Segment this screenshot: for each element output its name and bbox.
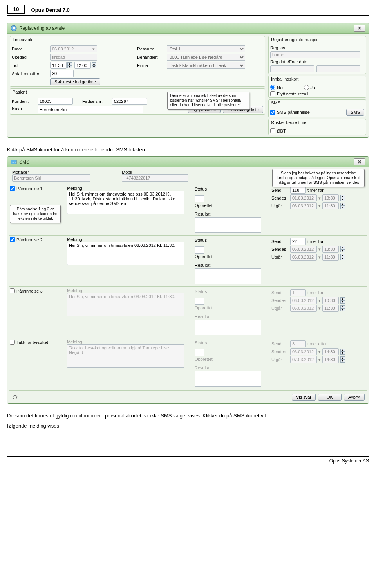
tid-to-input[interactable] <box>74 62 91 69</box>
opprettet-label: Opprettet <box>195 306 269 310</box>
innkalling-nei-radio[interactable]: Nei <box>270 85 284 90</box>
utgar-label: Utgår <box>271 306 289 311</box>
sendes-spinner[interactable]: ▲▼ <box>340 349 345 355</box>
utgar-spinner[interactable]: ▲▼ <box>340 356 345 363</box>
mobil-input <box>122 174 188 182</box>
opprettet-label: Opprettet <box>195 254 269 259</box>
reminder-row-3: Påminnelse 3MeldingHei Siri, vi minner o… <box>9 286 367 338</box>
utgar-spinner[interactable]: ▲▼ <box>340 305 345 311</box>
send-label: Send <box>271 290 289 295</box>
tid-from-spinner[interactable]: ▲▼ <box>67 62 72 68</box>
sok-neste-button[interactable]: Søk neste ledige time <box>50 78 100 85</box>
utgar-time[interactable] <box>322 356 339 363</box>
navn-input[interactable] <box>38 106 143 113</box>
sendes-date[interactable] <box>290 348 317 355</box>
kundenr-input[interactable] <box>38 98 73 105</box>
regdato-input <box>270 65 314 72</box>
resultat-label: Resultat <box>195 212 269 216</box>
sms-group: SMS SMS-påminnelse SMS <box>268 99 366 117</box>
flytt-recall-checkbox[interactable]: Flytt neste recall <box>270 91 308 96</box>
utgar-date[interactable] <box>290 202 317 209</box>
timer-label: timer før <box>307 290 324 295</box>
register-icon <box>11 25 17 31</box>
ok-button[interactable]: OK <box>318 394 342 401</box>
sendes-time[interactable] <box>322 348 339 355</box>
send-input[interactable] <box>290 187 306 194</box>
sendes-time[interactable] <box>322 246 339 253</box>
avbryt-button[interactable]: Avbryt <box>344 394 365 401</box>
reminder-checkbox[interactable]: Påminnelse 2 <box>10 237 43 242</box>
reminder-row-2: Påminnelse 2MeldingHei Siri, vi minner o… <box>9 235 367 286</box>
firma-select[interactable]: Distriktstannklinikken i Lillevik <box>167 62 245 69</box>
sms-paminnelse-checkbox[interactable]: SMS-påminnelse <box>270 110 310 115</box>
sms-window-title: SMS <box>19 159 354 165</box>
reminder-checkbox[interactable]: Takk for besøket <box>10 340 48 345</box>
ressurs-select[interactable]: Stol 1 <box>167 45 245 52</box>
sendes-spinner[interactable]: ▲▼ <box>340 195 345 201</box>
utgar-time[interactable] <box>322 202 339 209</box>
reminder-checkbox[interactable]: Påminnelse 3 <box>10 288 43 293</box>
minutter-input[interactable] <box>50 70 74 77</box>
behandler-select[interactable]: 0001 Tannlege Lise Negård <box>167 54 245 61</box>
melding-label: Melding <box>67 237 87 242</box>
paragraph-2b: følgende melding vises: <box>7 423 369 433</box>
status-box <box>195 195 204 202</box>
utgar-time[interactable] <box>322 305 339 312</box>
page-header: 10 Opus Dental 7.0 <box>7 5 369 16</box>
sms-left-callout: Påminnelse 1 og 2 er haket av og du kan … <box>10 205 61 223</box>
dato-input[interactable] <box>50 45 97 52</box>
utgar-date[interactable] <box>290 356 317 363</box>
reminder-checkbox[interactable]: Påminnelse 1 <box>10 186 43 191</box>
navn-label: Navn: <box>12 106 35 111</box>
status-label: Status <box>195 340 269 345</box>
melding-textarea: Takk for besøket og velkommen igjen! Tan… <box>67 344 184 368</box>
ukedag-input <box>50 54 97 61</box>
minutter-label: Antall minutter: <box>12 71 48 76</box>
opprettet-label: Opprettet <box>195 203 269 208</box>
sendes-spinner[interactable]: ▲▼ <box>340 297 345 304</box>
reminder-row-4: Takk for besøketMeldingTakk for besøket … <box>9 338 367 389</box>
vis-svar-button[interactable]: Vis svar <box>292 394 316 401</box>
sendes-date[interactable] <box>290 246 317 253</box>
mobil-label: Mobil <box>122 170 188 174</box>
fodselsnr-input[interactable] <box>112 98 147 105</box>
utgar-spinner[interactable]: ▲▼ <box>340 254 345 260</box>
sendes-date[interactable] <box>290 297 317 304</box>
sendes-date[interactable] <box>290 194 317 201</box>
utgar-label: Utgår <box>271 203 289 208</box>
melding-textarea[interactable]: Hei Siri, vi minner om timeavtalen 06.03… <box>67 242 184 265</box>
obt-checkbox[interactable]: ØBT <box>270 128 286 133</box>
attachment-icon[interactable] <box>11 393 18 401</box>
timeavtale-group: Timeavtale Dato: ▾ Ukedag Tid: ▲▼ ▲▼ <box>10 36 265 87</box>
melding-textarea[interactable]: Hei Siri, minner om timeavtale hos oss 0… <box>67 191 184 214</box>
utgar-date[interactable] <box>290 305 317 312</box>
sendes-label: Sendes <box>271 247 289 252</box>
sms-legend: SMS <box>269 100 366 108</box>
send-label: Send <box>271 239 289 244</box>
utgar-spinner[interactable]: ▲▼ <box>340 203 345 209</box>
utgar-date[interactable] <box>290 254 317 261</box>
timer-label: timer etter <box>307 342 327 346</box>
window-title: Registrering av avtale <box>19 25 354 31</box>
melding-label: Melding <box>67 288 87 293</box>
resultat-box <box>195 371 261 387</box>
send-label: Send <box>271 188 289 192</box>
tid-from-input[interactable] <box>50 62 67 69</box>
sendes-time[interactable] <box>322 194 339 201</box>
tid-to-spinner[interactable]: ▲▼ <box>92 62 96 68</box>
innkalling-legend: Innkallingskort <box>269 76 366 84</box>
sms-close-button[interactable]: ✕ <box>354 158 365 165</box>
utgar-time[interactable] <box>322 254 339 261</box>
calendar-drop-icon[interactable]: ▾ <box>92 47 95 52</box>
svg-text:SMS: SMS <box>12 161 16 164</box>
sendes-time[interactable] <box>322 297 339 304</box>
status-label: Status <box>195 289 269 294</box>
status-box <box>195 349 204 356</box>
sendes-spinner[interactable]: ▲▼ <box>340 246 345 252</box>
close-button[interactable]: ✕ <box>354 25 365 32</box>
sms-button[interactable]: SMS <box>346 109 364 116</box>
send-input[interactable] <box>290 238 306 245</box>
sms-icon: SMS <box>11 159 17 165</box>
reginfo-group: Registreringsinformasjon Reg. av: Reg.da… <box>268 36 366 74</box>
innkalling-ja-radio[interactable]: Ja <box>304 85 315 90</box>
